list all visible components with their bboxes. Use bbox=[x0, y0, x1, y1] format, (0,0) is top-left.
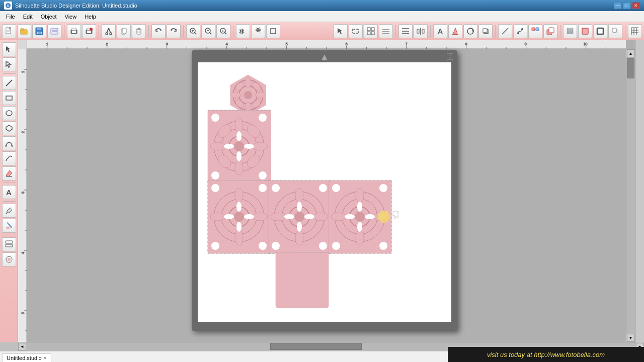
close-button[interactable]: ✕ bbox=[632, 2, 640, 9]
fill-button[interactable] bbox=[448, 24, 462, 38]
zoom-actual-button[interactable]: 1:1 bbox=[216, 24, 230, 38]
cut-button[interactable] bbox=[102, 24, 116, 38]
menu-file[interactable]: File bbox=[2, 13, 19, 21]
select-mode-button[interactable] bbox=[334, 24, 348, 38]
svg-marker-87 bbox=[6, 125, 12, 131]
zoom-in-button[interactable] bbox=[186, 24, 200, 38]
minimize-button[interactable]: — bbox=[614, 2, 622, 9]
mirror-v-button[interactable] bbox=[251, 24, 265, 38]
eyedropper-tool[interactable] bbox=[2, 204, 16, 218]
text-button[interactable]: A bbox=[433, 24, 447, 38]
bezier-draw-tool[interactable] bbox=[2, 136, 16, 150]
svg-point-95 bbox=[8, 258, 11, 261]
copy-button[interactable] bbox=[117, 24, 131, 38]
zoom-out-button[interactable] bbox=[201, 24, 215, 38]
svg-rect-74 bbox=[597, 28, 603, 34]
panel-toggle-2[interactable] bbox=[2, 252, 16, 266]
svg-rect-44 bbox=[367, 28, 370, 31]
svg-point-245 bbox=[355, 212, 365, 222]
node-select-tool[interactable] bbox=[2, 57, 16, 71]
crop-button[interactable] bbox=[266, 24, 280, 38]
fill-tool[interactable] bbox=[2, 219, 16, 233]
menu-object[interactable]: Object bbox=[37, 13, 61, 21]
new-button[interactable] bbox=[2, 24, 16, 38]
svg-point-214 bbox=[211, 184, 219, 192]
svg-rect-10 bbox=[38, 32, 41, 34]
freehand-draw-tool[interactable] bbox=[2, 151, 16, 165]
stroke-button[interactable] bbox=[593, 24, 607, 38]
align-button[interactable] bbox=[398, 24, 413, 38]
undo-button[interactable] bbox=[151, 24, 166, 38]
subtract-button[interactable] bbox=[543, 24, 557, 38]
svg-point-246 bbox=[356, 188, 364, 203]
panel-toggle-1[interactable] bbox=[2, 237, 16, 251]
weld-button[interactable] bbox=[528, 24, 542, 38]
scroll-thumb-h[interactable] bbox=[270, 343, 362, 350]
view-grid-button[interactable] bbox=[628, 24, 642, 38]
svg-rect-46 bbox=[367, 32, 370, 35]
distribute-button[interactable] bbox=[414, 24, 428, 38]
fill2-button[interactable] bbox=[578, 24, 592, 38]
toolbar-sep-1 bbox=[64, 25, 64, 37]
eraser-tool[interactable] bbox=[2, 166, 16, 180]
menu-bar: File Edit Object View Help bbox=[0, 11, 644, 22]
layers-button[interactable] bbox=[563, 24, 577, 38]
grid2-button[interactable] bbox=[379, 24, 393, 38]
draw-line-button[interactable] bbox=[498, 24, 512, 38]
right-scrollbar[interactable]: ▲ ▼ bbox=[626, 49, 635, 342]
svg-rect-56 bbox=[422, 29, 424, 33]
polygon-draw-tool[interactable] bbox=[2, 121, 16, 135]
scroll-down-button[interactable]: ▼ bbox=[627, 334, 635, 342]
scroll-thumb-v[interactable] bbox=[627, 58, 634, 78]
svg-text:2: 2 bbox=[106, 42, 108, 46]
replicate-button[interactable] bbox=[478, 24, 493, 38]
mirror-h-button[interactable] bbox=[236, 24, 250, 38]
delete-button[interactable] bbox=[132, 24, 146, 38]
svg-point-168 bbox=[230, 92, 240, 98]
redo-button[interactable] bbox=[167, 24, 181, 38]
select-tool[interactable] bbox=[2, 42, 16, 56]
menu-view[interactable]: View bbox=[61, 13, 81, 21]
scroll-up-button[interactable]: ▲ bbox=[627, 49, 635, 57]
toolbar-sep-r3 bbox=[495, 25, 496, 37]
title-bar-controls[interactable]: — □ ✕ bbox=[614, 2, 640, 9]
transform-button[interactable] bbox=[463, 24, 477, 38]
tab-untitled[interactable]: Untitled.studio × bbox=[2, 353, 51, 362]
send-button[interactable] bbox=[82, 24, 96, 38]
lt-sep-2 bbox=[3, 183, 16, 183]
ellipse-draw-tool[interactable] bbox=[2, 106, 16, 120]
menu-edit[interactable]: Edit bbox=[19, 13, 37, 21]
toolbar-sep-r5 bbox=[625, 25, 625, 37]
library-button[interactable] bbox=[47, 24, 61, 38]
menu-help[interactable]: Help bbox=[80, 13, 100, 21]
canvas-area[interactable]: 1 2 3 4 5 6 bbox=[18, 40, 635, 342]
text-draw-tool[interactable]: A bbox=[2, 185, 16, 199]
maximize-button[interactable]: □ bbox=[623, 2, 631, 9]
svg-point-166 bbox=[245, 77, 251, 87]
scroll-left-button[interactable]: ◄ bbox=[18, 343, 26, 351]
svg-point-208 bbox=[210, 213, 225, 221]
save-button[interactable] bbox=[32, 24, 46, 38]
svg-point-258 bbox=[378, 211, 390, 223]
title-bar: S Silhouette Studio Designer Edition: Un… bbox=[0, 0, 644, 11]
tab-close-button[interactable]: × bbox=[44, 355, 47, 361]
cutting-mat: ▲ □ bbox=[192, 50, 457, 331]
svg-rect-73 bbox=[582, 28, 588, 34]
page-content[interactable] bbox=[198, 62, 451, 322]
node-edit-button[interactable] bbox=[513, 24, 527, 38]
svg-point-256 bbox=[332, 242, 340, 250]
svg-text:3: 3 bbox=[166, 42, 168, 46]
svg-point-182 bbox=[235, 160, 243, 175]
svg-point-251 bbox=[357, 222, 362, 232]
grid-button[interactable] bbox=[364, 24, 378, 38]
shadow-button[interactable] bbox=[608, 24, 622, 38]
rect-select-button[interactable] bbox=[349, 24, 363, 38]
svg-rect-70 bbox=[567, 32, 573, 34]
rect-draw-tool[interactable] bbox=[2, 91, 16, 105]
print-setup-button[interactable] bbox=[67, 24, 81, 38]
svg-point-254 bbox=[332, 184, 340, 192]
open-button[interactable] bbox=[17, 24, 31, 38]
line-tool[interactable] bbox=[2, 76, 16, 90]
svg-point-206 bbox=[235, 188, 243, 203]
svg-point-237 bbox=[319, 242, 327, 250]
